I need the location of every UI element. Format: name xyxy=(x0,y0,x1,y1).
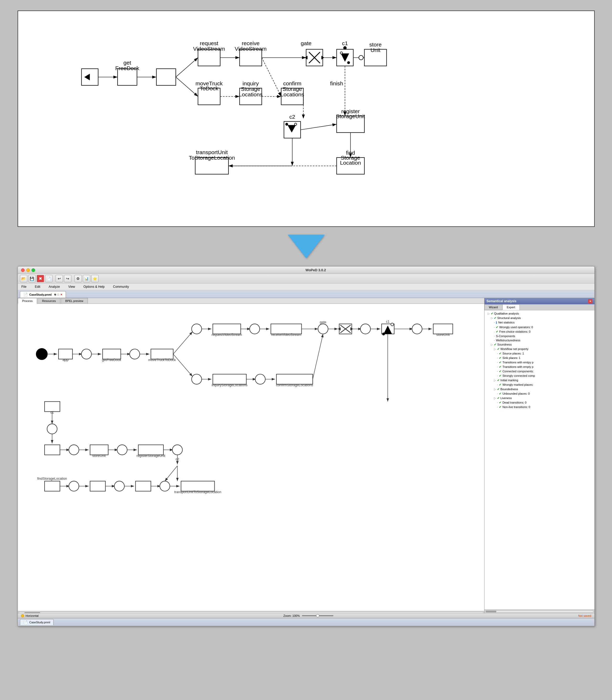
svg-point-85 xyxy=(129,349,140,359)
doc-tab-casestudy[interactable]: 📄 CaseStudy.pnml ⧉ □ ✕ xyxy=(20,291,66,298)
tree-soundness[interactable]: ▷ ✔ Soundness xyxy=(486,342,593,347)
tree-workflow-prop[interactable]: ▷ ✔ Workflow net property xyxy=(486,347,593,351)
check-icon: ✔ xyxy=(499,370,501,373)
svg-point-164 xyxy=(160,481,170,491)
canvas-svg[interactable]: app getFreeDock xyxy=(18,304,484,611)
zoom-label: Zoom: 100% xyxy=(283,614,300,617)
tree-initial-marking[interactable]: ▷ ✔ Initial marking xyxy=(486,378,593,382)
svg-text:receive: receive xyxy=(241,40,260,46)
canvas-area: Process Resources BPEL preview xyxy=(18,298,484,613)
toolbar-star-btn[interactable]: ⭐ xyxy=(91,275,99,282)
tree-boundedness[interactable]: ▷ ✔ Boundedness xyxy=(486,387,593,391)
traffic-lights xyxy=(21,268,35,272)
orientation-indicator xyxy=(21,614,24,617)
svg-text:moveTruckToDock: moveTruckToDock xyxy=(148,358,176,362)
menu-analyze[interactable]: Analyze xyxy=(47,284,62,289)
svg-point-95 xyxy=(249,324,260,334)
sem-panel-close-btn[interactable]: ✕ xyxy=(588,299,592,303)
tree-label: Transitions with emtpy p xyxy=(502,361,533,364)
circle-icon: ◦ xyxy=(497,392,498,395)
toolbar-analyze-btn[interactable]: 📊 xyxy=(83,275,90,282)
menu-file[interactable]: File xyxy=(20,284,28,289)
bottom-tab-casestudy[interactable]: 📄 CaseStudy.pnml xyxy=(20,619,54,625)
check-icon: ✔ xyxy=(497,347,499,351)
tree-label: Sink places: 1 xyxy=(502,356,520,360)
zoom-slider[interactable] xyxy=(302,615,333,616)
main-content: Process Resources BPEL preview xyxy=(18,298,595,613)
horizontal-scrollbar[interactable] xyxy=(18,611,484,613)
check-icon: ✔ xyxy=(494,343,496,346)
circle-icon: ◦ xyxy=(497,374,498,377)
tree-sink-places[interactable]: ◦ ✔ Sink places: 1 xyxy=(486,356,593,360)
menu-options[interactable]: Options & Help xyxy=(82,284,106,289)
sem-panel-title: Semantical analysis xyxy=(487,299,516,303)
svg-point-125 xyxy=(382,333,385,336)
tree-strongly-connected[interactable]: ◦ ✔ Strongly connected comp xyxy=(486,374,593,378)
svg-rect-133 xyxy=(44,402,60,412)
tree-wrongly-marked[interactable]: ◦ ✔ Wrongly marked places: xyxy=(486,382,593,387)
minimize-button[interactable] xyxy=(26,268,30,272)
menu-view[interactable]: View xyxy=(67,284,76,289)
toolbar-undo-btn[interactable]: ↩ xyxy=(56,275,63,282)
tree-qualitative[interactable]: ▷ ✔ Qualitative analysis xyxy=(486,311,593,316)
svg-line-8 xyxy=(176,57,198,77)
maximize-button[interactable] xyxy=(31,268,35,272)
tree-s-components[interactable]: ◦ S-Components xyxy=(486,334,593,338)
tree-trans-empty-p1[interactable]: ◦ ✔ Transitions with emtpy p xyxy=(486,360,593,365)
tab-wizard[interactable]: Wizard xyxy=(485,304,502,310)
svg-text:transportUnit: transportUnit xyxy=(196,149,228,155)
tab-process[interactable]: Process xyxy=(18,298,37,304)
svg-text:confirmStorageLocations: confirmStorageLocations xyxy=(276,383,313,387)
svg-text:Storage: Storage xyxy=(282,86,302,92)
tree-nonlive-transitions[interactable]: ◦ ✔ Non-live transitions: 0 xyxy=(486,405,593,409)
svg-text:receiveVideoStream: receiveVideoStream xyxy=(271,333,301,337)
toolbar-new-btn[interactable]: 📄 xyxy=(45,275,53,282)
svg-line-60 xyxy=(300,124,336,130)
toolbar-settings-btn[interactable]: ⚙ xyxy=(74,275,82,282)
svg-text:ToStorageLocation: ToStorageLocation xyxy=(189,154,235,161)
tree-liveness[interactable]: ▷ ✔ Liveness xyxy=(486,396,593,400)
doc-tab-maximize[interactable]: □ xyxy=(57,293,59,296)
tree-unbounded-places[interactable]: ◦ ✔ Unbounded places: 0 xyxy=(486,391,593,396)
toolbar-save-btn[interactable]: 💾 xyxy=(28,275,36,282)
doc-tab-restore[interactable]: ⧉ xyxy=(54,293,56,296)
tree-structural[interactable]: ▷ ✔ Structural analysis xyxy=(486,316,593,320)
menu-edit[interactable]: Edit xyxy=(33,284,42,289)
toolbar-close-btn[interactable]: ✖ xyxy=(37,275,44,282)
tab-resources[interactable]: Resources xyxy=(38,298,60,304)
orientation-label: Horizontal xyxy=(26,614,39,617)
tree-net-stats[interactable]: ◦ ℹ Net statistics xyxy=(486,320,593,325)
svg-point-90 xyxy=(192,324,201,334)
sem-panel-scrollbar[interactable] xyxy=(485,609,595,613)
close-button[interactable] xyxy=(21,268,25,272)
menu-community[interactable]: Community xyxy=(111,284,131,289)
svg-line-89 xyxy=(173,332,192,354)
tree-source-places[interactable]: ◦ ✔ Source places: 1 xyxy=(486,351,593,356)
svg-rect-102 xyxy=(213,374,246,384)
tree-wrong-operators[interactable]: - ✔ Wrongly used operators: 0 xyxy=(486,325,593,329)
toolbar: 📂 💾 ✖ 📄 ↩ ↪ ⚙ 📊 ⭐ xyxy=(18,274,595,284)
toolbar-redo-btn[interactable]: ↪ xyxy=(64,275,71,282)
doc-tab-close[interactable]: ✕ xyxy=(60,293,62,296)
svg-rect-154 xyxy=(44,481,60,491)
tree-connected-comp[interactable]: ◦ ✔ Connected components: xyxy=(486,369,593,374)
tree-label: S-Components xyxy=(496,335,515,338)
tab-expert[interactable]: Expert xyxy=(502,304,520,310)
tree-free-choice[interactable]: - ✔ Free-choice violations: 0 xyxy=(486,329,593,334)
tree-wellstructured[interactable]: ◦ Wellstructuredness xyxy=(486,338,593,342)
check-icon: ✔ xyxy=(499,356,501,360)
tab-bpel[interactable]: BPEL preview xyxy=(61,298,88,304)
zoom-thumb[interactable] xyxy=(316,614,319,617)
toolbar-open-btn[interactable]: 📂 xyxy=(20,275,27,282)
down-arrow-container xyxy=(288,235,324,258)
svg-point-110 xyxy=(318,324,328,334)
tree-label: Wrongly used operators: 0 xyxy=(499,326,533,329)
doc-tab-label: CaseStudy.pnml xyxy=(29,293,52,296)
tree-trans-empty-p2[interactable]: ◦ ✔ Transitions with empty p xyxy=(486,365,593,369)
check-icon: ✔ xyxy=(496,330,498,334)
svg-text:getFreeDock: getFreeDock xyxy=(102,358,121,362)
svg-text:registerStorageUnit: registerStorageUnit xyxy=(136,454,165,458)
tree-label: Liveness xyxy=(501,396,512,400)
tree-dead-transitions[interactable]: ◦ ✔ Dead transitions: 0 xyxy=(486,400,593,405)
tree-label: Workflow net property xyxy=(501,347,529,351)
